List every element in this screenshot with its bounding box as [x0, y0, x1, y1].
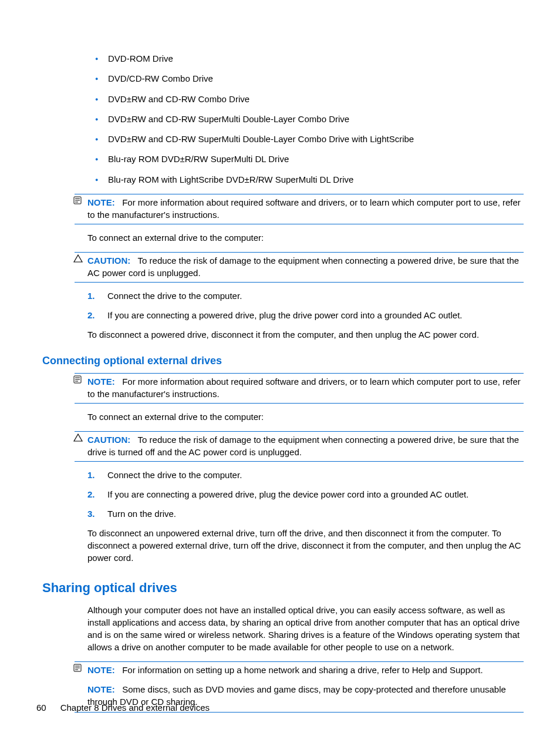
note-item: NOTE: For information on setting up a ho…: [87, 664, 524, 676]
note-icon: [73, 375, 83, 384]
document-page: DVD-ROM Drive DVD/CD-RW Combo Drive DVD±…: [0, 0, 560, 746]
chapter-title: Chapter 8 Drives and external devices: [60, 703, 210, 713]
list-item: Blu-ray ROM with LightScribe DVD±R/RW Su…: [95, 174, 524, 186]
step-number: 2.: [87, 488, 95, 500]
step-item: 2.If you are connecting a powered drive,…: [87, 309, 524, 321]
page-number: 60: [36, 703, 46, 713]
note-label: NOTE:: [87, 684, 115, 694]
body-text: To disconnect a powered drive, disconnec…: [87, 328, 524, 341]
section-heading-connecting-drives: Connecting optional external drives: [42, 355, 524, 367]
step-number: 2.: [87, 309, 95, 321]
step-item: 3.Turn on the drive.: [87, 508, 524, 520]
note-callout: NOTE: For more information about require…: [75, 373, 524, 404]
caution-text: To reduce the risk of damage to the equi…: [87, 256, 519, 278]
list-item: DVD±RW and CD-RW SuperMulti Double-Layer…: [95, 133, 524, 145]
steps-list: 1.Connect the drive to the computer. 2.I…: [87, 469, 524, 520]
note-label: NOTE:: [87, 197, 115, 207]
note-text: For more information about required soft…: [87, 197, 521, 220]
body-text: To disconnect an unpowered external driv…: [87, 527, 524, 564]
list-item: Blu-ray ROM DVD±R/RW SuperMulti DL Drive: [95, 153, 524, 165]
note-label: NOTE:: [87, 665, 115, 675]
note-text: For more information about required soft…: [87, 377, 521, 399]
caution-icon: [73, 434, 83, 442]
step-number: 3.: [87, 508, 95, 520]
caution-label: CAUTION:: [87, 256, 130, 266]
step-number: 1.: [87, 469, 95, 481]
note-callout: NOTE: For more information about require…: [75, 194, 524, 224]
drive-type-list: DVD-ROM Drive DVD/CD-RW Combo Drive DVD±…: [36, 53, 524, 186]
body-text: To connect an external drive to the comp…: [87, 411, 524, 423]
note-icon: [73, 664, 83, 672]
note-icon: [73, 196, 83, 204]
caution-label: CAUTION:: [87, 435, 130, 445]
step-text: Connect the drive to the computer.: [107, 291, 242, 301]
step-number: 1.: [87, 290, 95, 302]
steps-list: 1.Connect the drive to the computer. 2.I…: [87, 290, 524, 321]
note-text: For information on setting up a home net…: [122, 665, 483, 675]
step-text: If you are connecting a powered drive, p…: [107, 310, 463, 320]
list-item: DVD±RW and CD-RW SuperMulti Double-Layer…: [95, 113, 524, 125]
step-item: 2.If you are connecting a powered drive,…: [87, 488, 524, 500]
list-item: DVD-ROM Drive: [95, 53, 524, 65]
caution-callout: CAUTION: To reduce the risk of damage to…: [75, 252, 524, 283]
section-heading-sharing-drives: Sharing optical drives: [42, 580, 524, 596]
step-item: 1.Connect the drive to the computer.: [87, 469, 524, 481]
step-text: Turn on the drive.: [107, 509, 176, 519]
list-item: DVD±RW and CD-RW Combo Drive: [95, 93, 524, 105]
body-text: Although your computer does not have an …: [87, 604, 524, 653]
caution-callout: CAUTION: To reduce the risk of damage to…: [75, 431, 524, 462]
list-item: DVD/CD-RW Combo Drive: [95, 73, 524, 85]
step-text: If you are connecting a powered drive, p…: [107, 489, 468, 499]
caution-text: To reduce the risk of damage to the equi…: [87, 435, 519, 457]
caution-icon: [73, 254, 83, 263]
step-text: Connect the drive to the computer.: [107, 470, 242, 480]
note-label: NOTE:: [87, 377, 115, 387]
body-text: To connect an external drive to the comp…: [87, 231, 524, 244]
page-footer: 60Chapter 8 Drives and external devices: [36, 703, 210, 713]
step-item: 1.Connect the drive to the computer.: [87, 290, 524, 302]
